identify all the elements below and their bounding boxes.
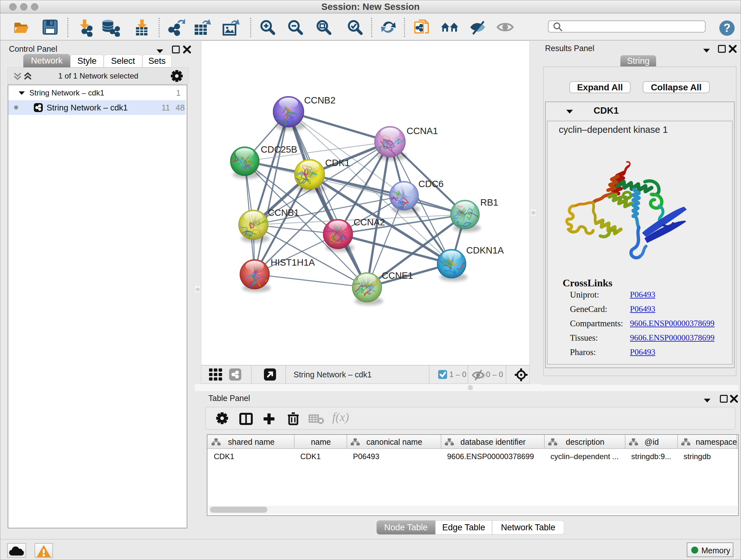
svg-text:CCNE1: CCNE1 bbox=[382, 270, 413, 281]
svg-text:CDK1: CDK1 bbox=[325, 158, 350, 168]
svg-text:CCNB1: CCNB1 bbox=[268, 207, 299, 218]
svg-text:CDKN1A: CDKN1A bbox=[466, 245, 504, 255]
svg-text:CDC6: CDC6 bbox=[418, 179, 444, 189]
svg-text:CCNA2: CCNA2 bbox=[354, 217, 385, 227]
svg-text:CCNB2: CCNB2 bbox=[304, 95, 335, 105]
svg-text:HIST1H1A: HIST1H1A bbox=[271, 257, 315, 267]
svg-text:CCNA1: CCNA1 bbox=[407, 126, 438, 136]
svg-text:CDC25B: CDC25B bbox=[261, 144, 297, 154]
svg-text:RB1: RB1 bbox=[480, 197, 498, 207]
svg-text:?: ? bbox=[724, 21, 731, 35]
